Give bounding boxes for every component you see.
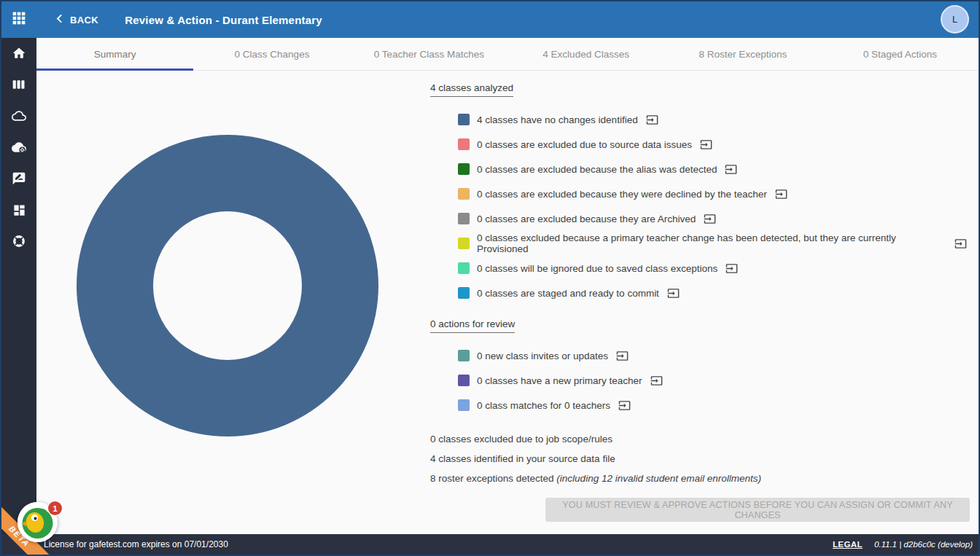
drill-in-icon[interactable] [616, 350, 629, 362]
legend-item: 0 classes are excluded because they are … [458, 206, 967, 231]
tab-0-teacher-class-matches[interactable]: 0 Teacher Class Matches [351, 38, 508, 70]
sidebar-item-cloud-settings[interactable] [12, 141, 27, 156]
mascot-help-button[interactable]: 1 [18, 502, 58, 542]
feedback-icon [12, 171, 26, 189]
sidebar-item-feedback[interactable] [12, 173, 27, 187]
cloud-icon [11, 109, 27, 126]
legal-link[interactable]: LEGAL [833, 540, 863, 549]
footer-bar: License for gafetest.com expires on 07/0… [1, 534, 979, 555]
legend-item-label: 0 classes are excluded because the alias… [477, 164, 717, 175]
sidebar-item-cloud[interactable] [12, 110, 27, 125]
legend-item-label: 0 classes are excluded because they are … [477, 214, 696, 224]
donut-chart [77, 135, 378, 436]
actions-for-review-legend: 0 new class invites or updates 0 classes… [458, 343, 967, 418]
legend-item-label: 0 classes are excluded because they were… [477, 189, 767, 200]
back-label: BACK [70, 15, 98, 26]
legend-item-label: 0 classes will be ignored due to saved c… [477, 263, 718, 274]
chevron-left-icon [54, 13, 65, 27]
back-button[interactable]: BACK [54, 13, 98, 27]
legend-item: 0 classes have a new primary teacher [458, 368, 967, 393]
drill-in-icon[interactable] [954, 238, 967, 250]
legend-color-swatch [458, 114, 470, 125]
drill-in-icon[interactable] [667, 287, 680, 299]
legend-color-swatch [458, 399, 470, 411]
drill-in-icon[interactable] [725, 163, 737, 176]
tab-4-excluded-classes[interactable]: 4 Excluded Classes [508, 38, 664, 70]
donut-chart-hole [153, 211, 302, 360]
tab-8-roster-exceptions[interactable]: 8 Roster Exceptions [664, 38, 821, 70]
tab-label: 8 Roster Exceptions [699, 49, 788, 60]
legend-color-swatch [458, 188, 470, 200]
apps-grid-icon [12, 11, 26, 28]
tab-label: 4 Excluded Classes [542, 49, 629, 60]
legend-item: 0 classes will be ignored due to saved c… [458, 256, 967, 281]
sidebar-item-columns[interactable] [12, 79, 27, 93]
legend-item-label: 0 classes are staged and ready to commit [477, 288, 659, 299]
tab-label: 0 Teacher Class Matches [374, 49, 484, 60]
summary-line-scope: 0 classes excluded due to job scope/rule… [430, 429, 967, 449]
drill-in-icon[interactable] [775, 188, 788, 200]
license-text: License for gafetest.com expires on 07/0… [44, 539, 228, 549]
legend-item-label: 0 class matches for 0 teachers [477, 400, 610, 411]
legend-color-swatch [458, 238, 470, 249]
legend-item: 0 classes excluded because a primary tea… [458, 231, 967, 256]
summary-panel: 4 classes analyzed 4 classes have no cha… [36, 71, 979, 534]
mascot-duck-icon [18, 532, 58, 544]
legend-color-swatch [458, 213, 470, 224]
sidebar-item-support[interactable] [12, 235, 27, 250]
legend-item: 0 classes are excluded because they were… [458, 181, 967, 206]
summary-line-source: 4 classes identified in your source data… [430, 449, 967, 469]
tab-0-class-changes[interactable]: 0 Class Changes [193, 38, 350, 70]
tab-label: Summary [94, 49, 136, 60]
tab-0-staged-actions[interactable]: 0 Staged Actions [822, 38, 979, 70]
sidebar-item-dashboard[interactable] [12, 204, 27, 219]
avatar-letter: L [952, 14, 957, 25]
version-text: 0.11.1 | d2b6c0c (develop) [874, 540, 973, 549]
drill-in-icon[interactable] [726, 262, 738, 275]
top-bar: BACK Review & Action - Durant Elementary… [1, 1, 979, 38]
drill-in-icon[interactable] [704, 213, 716, 225]
legend-item-label: 0 classes are excluded due to source dat… [477, 139, 692, 150]
summary-line-roster: 8 roster exceptions detected (including … [430, 469, 967, 488]
legend-color-swatch [458, 350, 470, 361]
legend-item: 0 new class invites or updates [458, 343, 967, 368]
tab-bar: Summary0 Class Changes0 Teacher Class Ma… [36, 38, 979, 71]
classes-analyzed-legend: 4 classes have no changes identified 0 c… [458, 107, 967, 305]
roster-exceptions-text: 8 roster exceptions detected [430, 473, 556, 484]
legend-item-label: 0 classes have a new primary teacher [477, 375, 642, 386]
legend-item-label: 0 new class invites or updates [477, 351, 608, 361]
legend-item: 4 classes have no changes identified [458, 107, 967, 132]
legend-item: 0 classes are staged and ready to commit [458, 281, 967, 305]
drill-in-icon[interactable] [646, 114, 658, 126]
apps-grid-button[interactable] [1, 1, 36, 38]
roster-exceptions-note: (including 12 invalid student email enro… [556, 473, 761, 484]
drill-in-icon[interactable] [650, 375, 663, 387]
cloud-settings-icon [11, 140, 27, 157]
legend-color-swatch [458, 138, 470, 150]
legend-item: 0 classes are excluded due to source dat… [458, 132, 967, 157]
review-approve-disabled-button: YOU MUST REVIEW & APPROVE ACTIONS BEFORE… [545, 498, 970, 522]
tab-label: 0 Staged Actions [863, 49, 937, 60]
legend-item-label: 0 classes excluded because a primary tea… [477, 232, 946, 254]
actions-for-review-heading[interactable]: 0 actions for review [430, 318, 515, 333]
drill-in-icon[interactable] [700, 138, 712, 151]
user-avatar[interactable]: L [941, 5, 969, 34]
sidebar-item-home[interactable] [12, 47, 27, 62]
summary-lines: 0 classes excluded due to job scope/rule… [430, 429, 967, 488]
page-title: Review & Action - Durant Elementary [125, 14, 322, 26]
home-icon [12, 46, 26, 63]
tab-label: 0 Class Changes [235, 49, 310, 60]
legend-color-swatch [458, 262, 470, 274]
legend-color-swatch [458, 287, 470, 299]
legend-item: 0 class matches for 0 teachers [458, 393, 967, 418]
columns-icon [12, 77, 26, 95]
legend-color-swatch [458, 163, 470, 175]
sidebar-nav [1, 38, 36, 555]
app-window: BACK Review & Action - Durant Elementary… [0, 0, 980, 556]
legend-item-label: 4 classes have no changes identified [477, 114, 638, 125]
support-icon [12, 234, 26, 251]
drill-in-icon[interactable] [618, 399, 631, 412]
legend-item: 0 classes are excluded because the alias… [458, 157, 967, 181]
classes-analyzed-heading[interactable]: 4 classes analyzed [430, 82, 513, 97]
tab-summary[interactable]: Summary [36, 38, 193, 70]
